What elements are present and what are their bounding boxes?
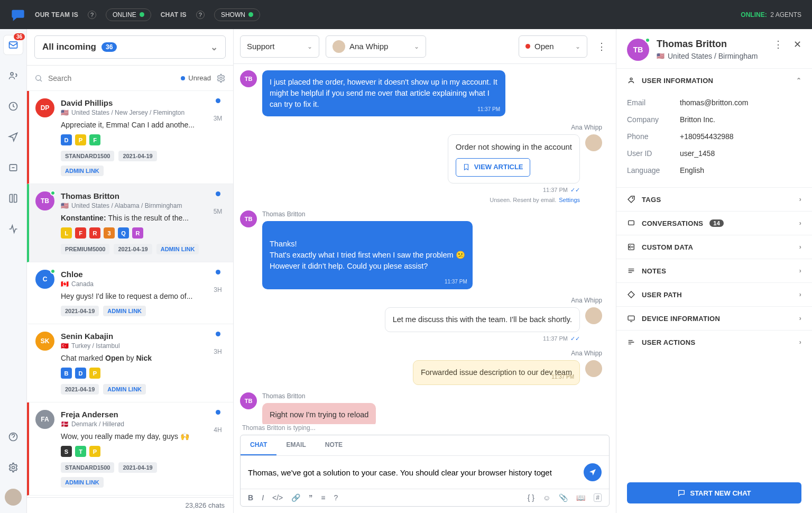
team-status-pill[interactable]: ONLINE <box>106 8 151 21</box>
chat-item[interactable]: C Chloe 🇨🇦Canada Hey guys! I'd like to r… <box>27 262 233 324</box>
help-icon[interactable]: ? <box>334 493 338 502</box>
bold-icon[interactable]: B <box>248 493 253 502</box>
nav-send[interactable] <box>4 127 23 146</box>
composer-tab-chat[interactable]: CHAT <box>241 435 276 455</box>
chip[interactable]: ADMIN LINK <box>103 306 146 316</box>
nav-kb[interactable] <box>4 189 23 208</box>
info-value: user_1458 <box>680 149 715 158</box>
chat-time: 4H <box>214 426 222 434</box>
chat-item[interactable]: DP David Phillips 🇺🇸United States / New … <box>27 91 233 184</box>
svg-point-0 <box>11 72 13 75</box>
close-icon[interactable]: ✕ <box>793 39 801 50</box>
panel-user-path[interactable]: USER PATH › <box>616 283 812 306</box>
message-agent: Ana Whipp Let me discuss this with the t… <box>240 297 602 342</box>
chat-item[interactable]: TB Thomas Britton 🇺🇸United States / Alab… <box>27 184 233 262</box>
chip: 2021-04-19 <box>118 462 156 473</box>
attachment-icon[interactable]: 📎 <box>559 493 568 502</box>
status-dropdown[interactable]: Open ⌄ <box>519 35 587 58</box>
nav-archive[interactable] <box>4 158 23 177</box>
tag-badge: S <box>61 446 72 457</box>
nav-activity[interactable] <box>4 219 23 239</box>
composer-tab-note[interactable]: NOTE <box>316 435 352 455</box>
list-icon[interactable]: ≡ <box>321 493 325 502</box>
kebab-icon[interactable]: ⋮ <box>770 39 786 50</box>
chat-time: 5M <box>214 208 223 215</box>
info-key: Phone <box>627 132 680 141</box>
message-timestamp: 11:37 PM <box>543 187 568 193</box>
search-input[interactable] <box>48 74 176 83</box>
panel-conversations[interactable]: CONVERSATIONS 14 › <box>616 212 812 235</box>
code-icon[interactable]: </> <box>272 493 283 502</box>
chip[interactable]: ADMIN LINK <box>61 166 104 176</box>
settings-link[interactable]: Settings <box>559 197 580 203</box>
chip[interactable]: ADMIN LINK <box>61 477 104 488</box>
nav-people[interactable] <box>4 66 23 85</box>
panel-user-actions[interactable]: USER ACTIONS › <box>616 331 812 354</box>
message-text: I just placed the order, however it does… <box>270 78 497 108</box>
message-sender: Ana Whipp <box>571 297 602 304</box>
article-title: Order not showing in the account <box>456 141 572 153</box>
flag-icon: 🇺🇸 <box>657 52 665 60</box>
composer-tab-email[interactable]: EMAIL <box>276 435 315 455</box>
unread-filter[interactable]: Unread <box>181 74 211 82</box>
agent-dropdown[interactable]: Ana Whipp ⌄ <box>326 35 426 58</box>
department-dropdown[interactable]: Support ⌄ <box>240 35 319 58</box>
chip: PREMIUM5000 <box>61 244 109 254</box>
hash-icon[interactable]: # <box>594 493 602 502</box>
chat-status-pill[interactable]: SHOWN <box>214 8 260 21</box>
nav-inbox[interactable]: 36 <box>4 35 23 54</box>
chevron-right-icon: › <box>799 243 801 251</box>
link-icon[interactable]: 🔗 <box>291 493 300 502</box>
nav-settings[interactable] <box>4 458 23 477</box>
chat-name: Senin Kabajin <box>61 332 204 341</box>
composer-input[interactable] <box>248 468 578 477</box>
help-icon[interactable]: ? <box>88 11 96 19</box>
emoji-icon[interactable]: ☺ <box>543 493 550 502</box>
chip: 2021-04-19 <box>61 384 99 395</box>
svg-point-7 <box>630 78 632 80</box>
send-button[interactable] <box>584 463 602 481</box>
logo-icon <box>11 7 25 22</box>
message-timestamp: 11:37 PM <box>445 278 467 286</box>
chat-count: 23,826 chats <box>186 501 225 509</box>
flag-icon: 🇩🇰 <box>61 420 69 428</box>
nav-history[interactable] <box>4 97 23 116</box>
panel-custom-data[interactable]: CUSTOM DATA › <box>616 235 812 259</box>
start-new-chat-button[interactable]: START NEW CHAT <box>627 482 801 503</box>
online-dot-icon <box>248 12 253 17</box>
tag-badge: R <box>89 227 100 239</box>
chat-item[interactable]: SK Senin Kabajin 🇹🇷Turkey / Istambul Cha… <box>27 324 233 402</box>
chip: STANDARD1500 <box>61 462 114 473</box>
start-new-chat-label: START NEW CHAT <box>690 489 751 497</box>
help-icon[interactable]: ? <box>196 11 205 19</box>
panel-title: NOTES <box>642 267 666 275</box>
view-article-button[interactable]: VIEW ARTICLE <box>456 158 530 177</box>
nav-help[interactable] <box>4 427 23 446</box>
panel-device-info[interactable]: DEVICE INFORMATION › <box>616 307 812 330</box>
chip[interactable]: ADMIN LINK <box>156 244 199 254</box>
info-key: Company <box>627 115 680 124</box>
filter-dropdown[interactable]: All incoming 36 ⌄ <box>34 35 226 59</box>
chat-preview: Appreciate it, Emma! Can I add anothe... <box>61 121 204 129</box>
unread-dot-icon <box>216 332 220 336</box>
chip[interactable]: ADMIN LINK <box>103 384 146 395</box>
status-dot-icon <box>525 44 530 49</box>
quote-icon[interactable]: ” <box>309 493 312 502</box>
online-label: ONLINE: <box>741 11 767 19</box>
chat-item[interactable]: FA Freja Andersen 🇩🇰Denmark / Hillerød W… <box>27 402 233 496</box>
panel-tags[interactable]: TAGS › <box>616 188 812 211</box>
panel-notes[interactable]: NOTES › <box>616 259 812 282</box>
kebab-icon[interactable]: ⋮ <box>594 41 610 52</box>
braces-icon[interactable]: { } <box>528 493 534 502</box>
composer-toolbar: B I </> 🔗 ” ≡ ? { } ☺ 📎 📖 # <box>241 489 609 506</box>
message-sender: Ana Whipp <box>571 350 602 357</box>
svg-rect-9 <box>629 221 634 225</box>
gear-icon[interactable] <box>216 74 226 83</box>
my-avatar[interactable] <box>5 489 22 506</box>
chat-location: United States / New Jersey / Flemington <box>71 109 184 116</box>
kb-icon[interactable]: 📖 <box>576 493 585 502</box>
italic-icon[interactable]: I <box>262 493 264 502</box>
message-user: TB Thomas Britton Right now I'm trying t… <box>240 392 602 424</box>
panel-user-info[interactable]: USER INFORMATION ⌃ <box>616 69 812 92</box>
chat-list: DP David Phillips 🇺🇸United States / New … <box>27 91 233 497</box>
